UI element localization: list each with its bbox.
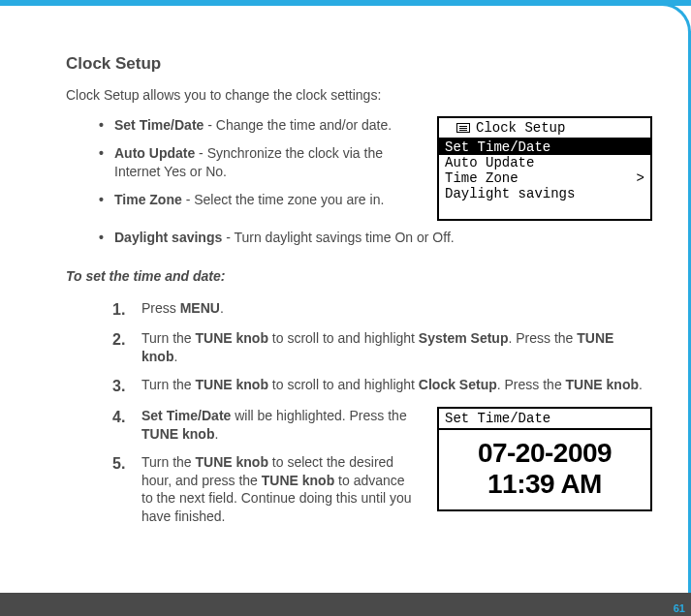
step-number: 3. bbox=[112, 376, 141, 397]
bullet-desc: - Select the time zone you are in. bbox=[182, 192, 385, 207]
intro-text: Clock Setup allows you to change the clo… bbox=[66, 87, 652, 103]
procedure-steps-continued: 4. Set Time/Date will be highlighted. Pr… bbox=[112, 407, 420, 536]
text: . bbox=[220, 300, 224, 316]
page-content: Clock Setup Clock Setup allows you to ch… bbox=[0, 0, 691, 565]
steps-container: 1. Press MENU. 2. Turn the TUNE knob to … bbox=[66, 299, 652, 536]
lcd-date-value: 07-20-2009 bbox=[439, 430, 650, 469]
bold-text: Set Time/Date bbox=[141, 408, 231, 423]
text: . Press the bbox=[508, 330, 577, 346]
bullet-term: Daylight savings bbox=[114, 230, 222, 245]
step-number: 1. bbox=[112, 299, 141, 321]
bold-text: MENU bbox=[180, 300, 220, 316]
step-number: 2. bbox=[112, 329, 141, 366]
lcd-time-value: 11:39 AM bbox=[439, 469, 650, 500]
lcd-item-label: Auto Update bbox=[445, 155, 534, 170]
text: Press bbox=[141, 300, 180, 316]
bullet-desc: - Change the time and/or date. bbox=[204, 117, 392, 133]
bold-text: System Setup bbox=[419, 330, 509, 346]
step-text: Turn the TUNE knob to scroll to and high… bbox=[141, 376, 652, 397]
bullet-desc: - Turn daylight savings time On or Off. bbox=[222, 230, 454, 245]
text: . Press the bbox=[497, 377, 566, 392]
lcd-menu-items: Set Time/Date Auto Update Time Zone > Da… bbox=[439, 139, 650, 219]
bold-text: TUNE knob bbox=[566, 377, 639, 392]
page-title: Clock Setup bbox=[66, 54, 652, 74]
procedure-heading: To set the time and date: bbox=[66, 268, 652, 284]
step-4: 4. Set Time/Date will be highlighted. Pr… bbox=[112, 407, 420, 444]
step-3: 3. Turn the TUNE knob to scroll to and h… bbox=[112, 376, 652, 397]
lcd-time-title: Set Time/Date bbox=[439, 409, 650, 430]
lcd-menu-item-time-zone: Time Zone > bbox=[439, 170, 650, 186]
feature-bullets-continued: Daylight savings - Turn daylight savings… bbox=[66, 229, 652, 247]
bold-text: TUNE knob bbox=[196, 454, 268, 470]
text: Turn the bbox=[141, 330, 196, 346]
bottom-bar bbox=[0, 593, 691, 616]
step-text: Set Time/Date will be highlighted. Press… bbox=[141, 407, 420, 444]
bold-text: TUNE knob bbox=[141, 426, 214, 442]
lcd-item-label: Set Time/Date bbox=[445, 139, 550, 155]
bullet-set-time-date: Set Time/Date - Change the time and/or d… bbox=[114, 116, 420, 135]
lcd-menu-title-row: Clock Setup bbox=[439, 118, 650, 139]
step-number: 4. bbox=[112, 407, 141, 444]
step-2: 2. Turn the TUNE knob to scroll to and h… bbox=[112, 329, 652, 366]
lcd-menu-clock-setup: Clock Setup Set Time/Date Auto Update Ti… bbox=[437, 116, 652, 221]
lcd-item-arrow: > bbox=[637, 170, 644, 186]
procedure-steps: 1. Press MENU. 2. Turn the TUNE knob to … bbox=[112, 299, 652, 397]
text: . bbox=[173, 349, 177, 364]
bold-text: TUNE knob bbox=[196, 377, 268, 392]
lcd-menu-item-auto-update: Auto Update bbox=[439, 155, 650, 170]
step-number: 5. bbox=[112, 453, 141, 527]
lcd-menu-title: Clock Setup bbox=[476, 120, 565, 136]
step-1: 1. Press MENU. bbox=[112, 299, 652, 321]
lcd-set-time-date: Set Time/Date 07-20-2009 11:39 AM bbox=[437, 407, 652, 511]
steps-with-screen: 4. Set Time/Date will be highlighted. Pr… bbox=[112, 407, 652, 536]
lcd-item-label: Time Zone bbox=[445, 170, 518, 186]
feature-row: Set Time/Date - Change the time and/or d… bbox=[66, 116, 652, 221]
text: . bbox=[639, 377, 643, 392]
bullet-term: Time Zone bbox=[114, 192, 182, 207]
text: Turn the bbox=[141, 377, 196, 392]
bullet-auto-update: Auto Update - Synchronize the clock via … bbox=[114, 144, 420, 181]
bold-text: TUNE knob bbox=[262, 473, 334, 488]
lcd-menu-item-daylight-savings: Daylight savings bbox=[439, 186, 650, 201]
bold-text: TUNE knob bbox=[196, 330, 268, 346]
step-text: Turn the TUNE knob to select the desired… bbox=[141, 453, 420, 527]
feature-bullets: Set Time/Date - Change the time and/or d… bbox=[66, 116, 420, 219]
list-icon bbox=[456, 123, 470, 133]
text: to scroll to and highlight bbox=[268, 377, 419, 392]
page-number: 61 bbox=[674, 602, 685, 614]
step-text: Turn the TUNE knob to scroll to and high… bbox=[141, 329, 652, 366]
bullet-term: Auto Update bbox=[114, 145, 195, 161]
text: will be highlighted. Press the bbox=[231, 408, 406, 423]
text: Turn the bbox=[141, 454, 196, 470]
bold-text: Clock Setup bbox=[419, 377, 497, 392]
lcd-item-label: Daylight savings bbox=[445, 186, 575, 201]
bullet-time-zone: Time Zone - Select the time zone you are… bbox=[114, 191, 420, 209]
text: to scroll to and highlight bbox=[268, 330, 419, 346]
bullet-daylight-savings: Daylight savings - Turn daylight savings… bbox=[114, 229, 652, 247]
bullet-term: Set Time/Date bbox=[114, 117, 204, 133]
text: . bbox=[214, 426, 218, 442]
lcd-menu-item-set-time-date: Set Time/Date bbox=[439, 139, 650, 155]
step-5: 5. Turn the TUNE knob to select the desi… bbox=[112, 453, 420, 527]
step-text: Press MENU. bbox=[141, 299, 652, 321]
